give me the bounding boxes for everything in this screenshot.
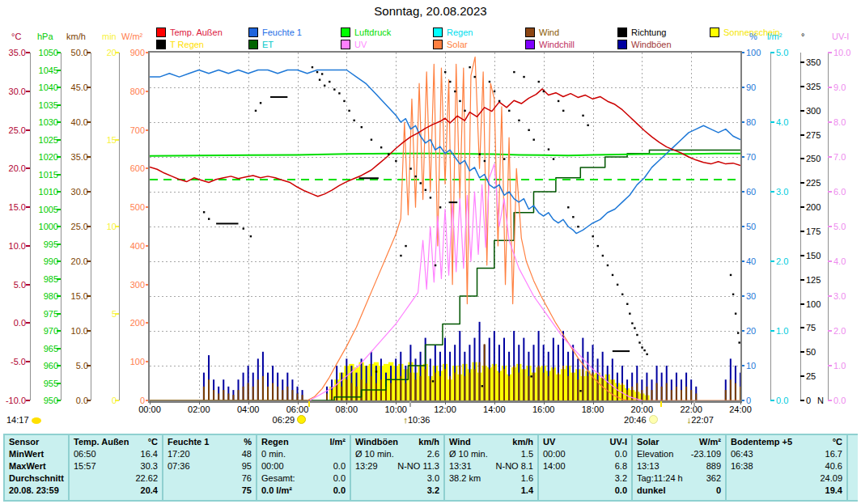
axis-tick-label: 75: [806, 324, 816, 332]
x-axis-tick-label: 16:00: [526, 404, 562, 414]
axis-tick-label: 1000: [34, 222, 58, 231]
axis-tick-label: 5.0: [2, 281, 26, 290]
axis-tick: [828, 121, 832, 123]
legend-row: Temp. AußenFeuchte 1LuftdruckRegenWindRi…: [156, 26, 802, 38]
summary-col-sensor: SensorMinWertMaxWertDurchschnitt20.08. 2…: [3, 435, 70, 500]
value: 16.7: [825, 448, 842, 460]
axis-tick-label: 35.0: [2, 49, 26, 57]
axis-tick: [57, 70, 61, 71]
axis-tick-label: 15.0: [62, 292, 88, 301]
summary-value-row: 0.0: [543, 485, 627, 497]
axis-tick: [26, 129, 30, 131]
value: 362: [706, 472, 721, 485]
axis-tick-label: 100: [806, 300, 821, 309]
axis-tick-label: 30.0: [2, 87, 26, 96]
legend-item-label: Richtung: [631, 28, 666, 37]
sensor-unit: %: [244, 436, 252, 448]
legend-item-t-regen: T Regen: [156, 38, 248, 50]
axis-tick-label: 985: [34, 275, 58, 284]
axis-tick: [57, 330, 61, 332]
event-tick-sunrise: [308, 401, 310, 407]
value-time: dunkel: [637, 485, 665, 497]
x-axis-tick-label: 12:00: [427, 404, 463, 414]
axis-title-rain: l/m²: [767, 32, 782, 41]
axis-tick: [57, 209, 61, 210]
summary-value-row: 3.0: [355, 472, 439, 485]
axis-tick: [800, 327, 804, 328]
summary-value-row: 0.0 l/m²0.0: [261, 485, 346, 497]
axis-tick: [57, 52, 61, 53]
value: 22.62: [135, 472, 158, 485]
value-time: 0 min.: [261, 448, 286, 460]
axis-tick-label: 20.0: [2, 164, 26, 173]
sensor-unit: l/m²: [329, 436, 346, 448]
event-tick-moonrise: [409, 401, 411, 407]
value-time: 06:43: [731, 448, 753, 460]
x-axis-tick: [642, 401, 643, 404]
legend-item-windb-en: Windböen: [617, 38, 710, 50]
moonset-icon: ↓: [687, 415, 692, 425]
axis-tick-label: 960: [34, 362, 58, 371]
x-axis-tick: [691, 401, 692, 404]
axis-tick: [828, 226, 832, 227]
axis-tick-label: 80: [746, 118, 756, 127]
axis-tick-label: 10: [746, 362, 756, 371]
axis-tick-label: 900: [118, 49, 145, 57]
value-time: Ø 10 min.: [449, 448, 488, 460]
axis-tick: [57, 156, 61, 158]
axis-tick: [800, 110, 804, 112]
axis-tick-label: 10: [97, 222, 117, 231]
axis-tick-label: 1.0: [776, 327, 788, 336]
axis-tick: [828, 191, 832, 193]
axis-tick-label: 8.0: [833, 118, 846, 127]
legend-item-label: Windböen: [631, 40, 672, 49]
summary-row-label: Sensor: [9, 436, 64, 448]
axis-title-wind: km/h: [66, 32, 86, 41]
summary-value-row: 24.09: [731, 472, 842, 485]
value-time: 13:31: [449, 460, 472, 472]
axis-title-percent: %: [749, 32, 757, 41]
summary-col-header: UVUV-I: [543, 436, 627, 448]
legend-item-label: T Regen: [170, 40, 204, 49]
summary-col-header: Feuchte 1%: [168, 436, 252, 448]
axis-tick-label: 0.0: [833, 396, 846, 405]
axis-tick-label: 100: [118, 358, 145, 366]
summary-value-row: 76: [168, 472, 252, 485]
axis-tick-label: 6.0: [833, 188, 846, 197]
value-time: 06:50: [74, 448, 96, 460]
axis-tick: [57, 400, 61, 401]
summary-value-row: 19.4: [731, 485, 842, 497]
axis-tick-label: 0.0: [62, 396, 88, 405]
value-time: 14:00: [543, 460, 566, 472]
axis-tick-label: 0.0: [776, 396, 788, 405]
axis-tick-label: 9.0: [833, 83, 846, 92]
axis-tick-label: 200: [806, 203, 821, 212]
axis-tick-label: 50: [746, 222, 756, 231]
summary-row-label: 20.08. 23:59: [9, 485, 64, 497]
axis-tick-label: 30: [746, 292, 756, 301]
axis-tick: [57, 365, 61, 366]
value-time: 38.2 km: [449, 472, 481, 485]
axis-tick: [770, 52, 774, 53]
axis-tick-label: 45.0: [62, 83, 88, 92]
axis-tick-label: -10.0: [2, 396, 26, 405]
sensor-name: Temp. Außen: [74, 436, 129, 448]
axis-tick-label: 1030: [34, 118, 58, 127]
axis-tick-label: 200: [118, 319, 145, 328]
axis-line-direction: [800, 53, 801, 400]
axis-tick: [800, 158, 804, 159]
axis-tick: [828, 52, 832, 53]
summary-value-row: 13:13889: [637, 460, 721, 472]
summary-value-row: 00:000.0: [261, 460, 346, 472]
sensor-unit: UV-I: [610, 436, 627, 448]
axis-tick-label: 5: [97, 310, 117, 319]
axis-tick: [770, 400, 774, 401]
legend-color-swatch: [525, 28, 535, 37]
axis-tick-label: 40: [746, 257, 756, 266]
legend-item-label: Solar: [447, 40, 468, 49]
axis-tick: [26, 361, 30, 362]
x-axis-tick-label: 02:00: [181, 404, 217, 414]
axis-tick: [800, 303, 804, 305]
value-time: Tag:11:24 h: [637, 472, 683, 485]
marker-sunset: 20:46: [611, 415, 658, 425]
